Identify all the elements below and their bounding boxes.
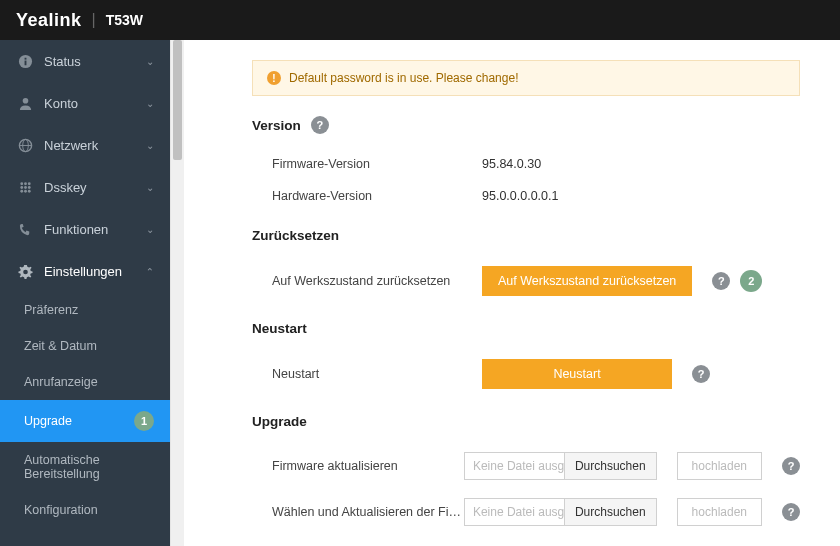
svg-point-10 [20,186,23,189]
svg-point-16 [23,269,28,274]
browse-button[interactable]: Durchsuchen [565,499,656,525]
main-content: ! Default password is in use. Please cha… [184,40,840,546]
model-label: T53W [106,12,143,28]
sidebar-item-funktionen[interactable]: Funktionen ⌄ [0,208,170,250]
row-select-update: Wählen und Aktualisieren der Firmware de… [252,489,800,535]
sidebar-sub-upgrade[interactable]: Upgrade 1 [0,400,170,442]
sidebar-sub-zeit-datum[interactable]: Zeit & Datum [0,328,170,364]
row-hardware-version: Hardware-Version 95.0.0.0.0.0.1 [252,180,800,212]
upload-button[interactable]: hochladen [677,452,762,480]
help-icon[interactable]: ? [311,116,329,134]
sidebar-scrollbar[interactable] [170,40,184,546]
sidebar-sub-praeferenz[interactable]: Präferenz [0,292,170,328]
firmware-file-input[interactable]: Keine Datei ausg Durchsuchen [464,452,657,480]
restart-label: Neustart [272,367,482,381]
restart-button[interactable]: Neustart [482,359,672,389]
sidebar-sub-konfiguration[interactable]: Konfiguration [0,492,170,528]
select-update-label: Wählen und Aktualisieren der Firmware de… [272,505,464,519]
row-firmware-version: Firmware-Version 95.84.0.30 [252,148,800,180]
file-placeholder: Keine Datei ausg [465,453,565,479]
svg-point-3 [22,97,28,103]
firmware-update-label: Firmware aktualisieren [272,459,464,473]
globe-icon [16,136,34,154]
svg-point-11 [24,186,27,189]
warning-icon: ! [267,71,281,85]
help-icon[interactable]: ? [782,457,800,475]
sidebar-sub-auto-bereitstellung[interactable]: Automatische Bereitstellung [0,442,170,492]
sidebar-label: Konto [44,96,78,111]
help-icon[interactable]: ? [712,272,730,290]
file-placeholder: Keine Datei ausg [465,499,565,525]
sidebar-label: Netzwerk [44,138,98,153]
hardware-version-value: 95.0.0.0.0.0.1 [482,189,558,203]
row-firmware-update: Firmware aktualisieren Keine Datei ausg … [252,443,800,489]
firmware-version-value: 95.84.0.30 [482,157,541,171]
chevron-down-icon: ⌄ [146,182,154,193]
section-reset-title: Zurücksetzen [252,228,800,243]
sidebar-item-konto[interactable]: Konto ⌄ [0,82,170,124]
svg-rect-1 [24,60,26,65]
sidebar-sub-anrufanzeige[interactable]: Anrufanzeige [0,364,170,400]
select-file-input[interactable]: Keine Datei ausg Durchsuchen [464,498,657,526]
password-alert: ! Default password is in use. Please cha… [252,60,800,96]
sidebar-sub-label: Upgrade [24,414,72,428]
chevron-down-icon: ⌄ [146,140,154,151]
browse-button[interactable]: Durchsuchen [565,453,656,479]
sidebar-label: Einstellungen [44,264,122,279]
help-icon[interactable]: ? [692,365,710,383]
gear-icon [16,262,34,280]
sidebar-label: Dsskey [44,180,87,195]
factory-reset-label: Auf Werkszustand zurücksetzen [272,274,482,288]
svg-point-9 [27,182,30,185]
section-upgrade-title: Upgrade [252,414,800,429]
brand-logo: Yealink [16,10,82,31]
sidebar-item-netzwerk[interactable]: Netzwerk ⌄ [0,124,170,166]
sidebar-label: Funktionen [44,222,108,237]
info-icon [16,52,34,70]
chevron-down-icon: ⌄ [146,98,154,109]
svg-point-12 [27,186,30,189]
top-bar: Yealink | T53W [0,0,840,40]
sidebar-item-dsskey[interactable]: Dsskey ⌄ [0,166,170,208]
scrollbar-thumb[interactable] [173,40,182,160]
sidebar-label: Status [44,54,81,69]
section-restart-title: Neustart [252,321,800,336]
row-restart: Neustart Neustart ? [252,350,800,398]
firmware-version-label: Firmware-Version [272,157,482,171]
brand-divider: | [92,11,96,29]
phone-icon [16,220,34,238]
upload-button[interactable]: hochladen [677,498,762,526]
svg-point-15 [27,189,30,192]
sidebar-item-status[interactable]: Status ⌄ [0,40,170,82]
svg-point-7 [20,182,23,185]
svg-rect-2 [24,57,26,59]
user-icon [16,94,34,112]
factory-reset-button[interactable]: Auf Werkszustand zurücksetzen [482,266,692,296]
step-badge-1: 1 [134,411,154,431]
svg-point-14 [24,189,27,192]
hardware-version-label: Hardware-Version [272,189,482,203]
step-badge-2: 2 [740,270,762,292]
chevron-down-icon: ⌄ [146,56,154,67]
svg-point-13 [20,189,23,192]
help-icon[interactable]: ? [782,503,800,521]
chevron-up-icon: ⌄ [146,266,154,277]
chevron-down-icon: ⌄ [146,224,154,235]
keypad-icon [16,178,34,196]
svg-point-8 [24,182,27,185]
row-factory-reset: Auf Werkszustand zurücksetzen Auf Werksz… [252,257,800,305]
section-version-title: Version ? [252,116,800,134]
sidebar: Status ⌄ Konto ⌄ Netzwerk ⌄ Dsskey ⌄ Fun… [0,40,170,546]
alert-text: Default password is in use. Please chang… [289,71,518,85]
sidebar-item-einstellungen[interactable]: Einstellungen ⌄ [0,250,170,292]
section-title-text: Version [252,118,301,133]
